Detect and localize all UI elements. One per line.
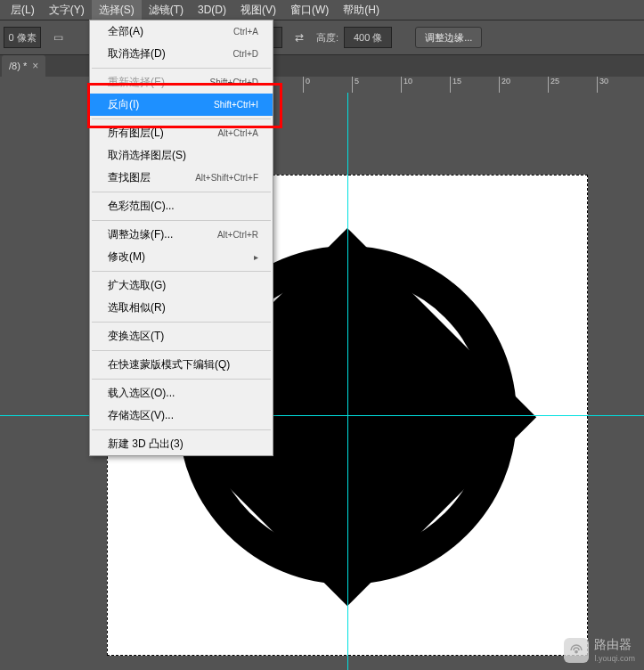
menu-window[interactable]: 窗口(W) xyxy=(283,0,336,20)
menu-modify[interactable]: 修改(M)▸ xyxy=(90,246,273,268)
menu-quickmask[interactable]: 在快速蒙版模式下编辑(Q) xyxy=(90,354,273,376)
menu-separator xyxy=(92,68,271,69)
menu-separator xyxy=(92,350,271,351)
ruler-tick: 0 xyxy=(303,77,310,93)
height-label: 高度: xyxy=(316,31,338,45)
menu-3d[interactable]: 3D(D) xyxy=(191,1,233,19)
menu-separator xyxy=(92,192,271,192)
menu-text[interactable]: 文字(Y) xyxy=(42,0,92,20)
ruler-tick: 10 xyxy=(401,77,412,93)
ruler-tick: 15 xyxy=(450,77,461,93)
menu-transform-selection[interactable]: 变换选区(T) xyxy=(90,325,273,347)
menu-new-3d[interactable]: 新建 3D 凸出(3) xyxy=(90,433,273,455)
menu-separator xyxy=(92,220,271,221)
swap-icon[interactable]: ⇄ xyxy=(288,28,311,47)
menu-all[interactable]: 全部(A)Ctrl+A xyxy=(90,20,273,43)
select-menu: 全部(A)Ctrl+A 取消选择(D)Ctrl+D 重新选择(E)Shift+C… xyxy=(89,20,273,456)
menu-separator xyxy=(92,118,271,119)
document-tab[interactable]: /8) * × xyxy=(2,55,45,77)
close-icon[interactable]: × xyxy=(32,60,38,72)
ruler-tick: 25 xyxy=(548,77,559,93)
anti-alias-icon[interactable]: ▭ xyxy=(46,28,69,47)
menu-save-selection[interactable]: 存储选区(V)... xyxy=(90,404,273,427)
menu-view[interactable]: 视图(V) xyxy=(233,0,283,20)
menu-similar[interactable]: 选取相似(R) xyxy=(90,297,273,319)
tab-label: /8) * xyxy=(9,61,27,71)
menu-load-selection[interactable]: 载入选区(O)... xyxy=(90,382,273,404)
menu-separator xyxy=(92,322,271,323)
router-icon xyxy=(564,638,589,663)
menu-select[interactable]: 选择(S) xyxy=(92,0,142,20)
menu-separator xyxy=(92,429,271,430)
svg-point-8 xyxy=(575,650,577,652)
menu-help[interactable]: 帮助(H) xyxy=(336,0,387,20)
menu-separator xyxy=(92,379,271,380)
feather-field[interactable]: 0 像素 xyxy=(4,27,41,48)
ruler-tick: 30 xyxy=(597,77,608,93)
menu-deselect-layers[interactable]: 取消选择图层(S) xyxy=(90,144,273,167)
menu-deselect[interactable]: 取消选择(D)Ctrl+D xyxy=(90,43,273,65)
guide-vertical[interactable] xyxy=(347,93,348,670)
menu-inverse[interactable]: 反向(I)Shift+Ctrl+I xyxy=(90,94,273,116)
menu-refine-edge[interactable]: 调整边缘(F)...Alt+Ctrl+R xyxy=(90,224,273,246)
height-field[interactable]: 400 像 xyxy=(344,27,392,48)
menu-layer[interactable]: 层(L) xyxy=(4,0,42,20)
watermark-sub: l.youqi.com xyxy=(594,654,635,663)
menu-find-layers[interactable]: 查找图层Alt+Shift+Ctrl+F xyxy=(90,167,273,189)
menu-grow[interactable]: 扩大选取(G) xyxy=(90,274,273,297)
menu-reselect: 重新选择(E)Shift+Ctrl+D xyxy=(90,71,273,94)
menu-color-range[interactable]: 色彩范围(C)... xyxy=(90,195,273,217)
ruler-tick: 20 xyxy=(499,77,510,93)
ruler-tick: 5 xyxy=(352,77,359,93)
watermark: 路由器 l.youqi.com xyxy=(564,638,635,663)
menu-separator xyxy=(92,271,271,272)
menubar: 层(L) 文字(Y) 选择(S) 滤镜(T) 3D(D) 视图(V) 窗口(W)… xyxy=(0,0,644,20)
watermark-title: 路由器 xyxy=(594,638,635,650)
refine-edge-button[interactable]: 调整边缘... xyxy=(415,27,482,48)
menu-all-layers[interactable]: 所有图层(L)Alt+Ctrl+A xyxy=(90,122,273,144)
menu-filter[interactable]: 滤镜(T) xyxy=(142,0,191,20)
